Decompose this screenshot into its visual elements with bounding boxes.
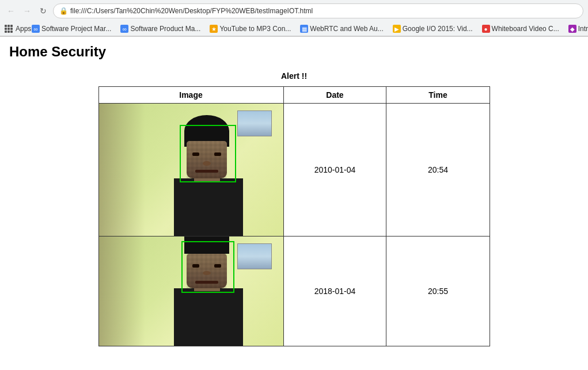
col-header-time: Time — [386, 87, 490, 104]
camera-image-2 — [99, 237, 283, 346]
time-cell-2: 20:55 — [386, 237, 490, 346]
security-icon: 🔒 — [59, 7, 68, 15]
date-cell-2: 2018-01-04 — [283, 237, 386, 346]
bookmark-software-project[interactable]: ∞ Software Project Mar... — [28, 24, 115, 34]
bookmark-icon-2: ∞ — [120, 25, 128, 33]
table-row: 2018-01-04 20:55 — [98, 237, 490, 346]
date-cell-1: 2010-01-04 — [283, 104, 386, 237]
page-content: Home Security Alert !! Image Date Time — [0, 37, 588, 353]
bookmark-software-product[interactable]: ∞ Software Product Ma... — [117, 24, 204, 34]
forward-button[interactable]: → — [21, 5, 33, 17]
bookmark-whiteboard[interactable]: ● Whiteboard Video C... — [479, 24, 563, 34]
body-1 — [174, 178, 243, 236]
bookmark-icon-7: ◆ — [568, 25, 576, 33]
url-text: file:///C:/Users/Tan%20Chin%20Wen/Deskto… — [70, 7, 313, 15]
body-2 — [174, 288, 243, 346]
browser-chrome: ← → ↻ 🔒 file:///C:/Users/Tan%20Chin%20We… — [0, 0, 588, 37]
camera-image-1 — [99, 104, 283, 236]
table-header-row: Image Date Time — [98, 87, 490, 104]
bookmark-label-5: Google I/O 2015: Vid... — [403, 25, 473, 33]
bookmark-icon-4: ▦ — [300, 25, 308, 33]
bookmark-label-3: YouTube to MP3 Con... — [219, 25, 291, 33]
shadow-2 — [99, 237, 145, 346]
face-detect-box-2 — [181, 241, 234, 293]
image-cell-2 — [98, 237, 283, 346]
col-header-image: Image — [98, 87, 283, 104]
bookmark-google-io[interactable]: ▶ Google I/O 2015: Vid... — [389, 24, 476, 34]
time-cell-1: 20:54 — [386, 104, 490, 237]
bookmark-label-2: Software Product Ma... — [130, 25, 200, 33]
bookmark-icon-1: ∞ — [32, 25, 40, 33]
page-title: Home Security — [9, 44, 579, 60]
bookmarks-bar: Apps ∞ Software Project Mar... ∞ Softwar… — [0, 22, 588, 36]
wall-decor-2 — [237, 243, 272, 269]
alert-text: Alert !! — [9, 71, 579, 81]
bookmark-label-7: Introc... — [578, 25, 588, 33]
bookmark-youtube[interactable]: ★ YouTube to MP3 Con... — [206, 24, 294, 34]
reload-button[interactable]: ↻ — [37, 5, 50, 17]
bookmark-label-4: WebRTC and Web Au... — [310, 25, 383, 33]
face-detect-box-1 — [180, 125, 236, 182]
address-bar[interactable]: 🔒 file:///C:/Users/Tan%20Chin%20Wen/Desk… — [53, 3, 583, 18]
bookmark-icon-5: ▶ — [393, 25, 401, 33]
col-header-date: Date — [283, 87, 386, 104]
security-table: Image Date Time — [98, 86, 490, 346]
back-button[interactable]: ← — [5, 5, 17, 17]
image-cell-1 — [98, 104, 283, 237]
bookmark-icon-6: ● — [482, 25, 490, 33]
bookmark-label-1: Software Project Mar... — [41, 25, 111, 33]
bookmark-intro[interactable]: ◆ Introc... — [565, 24, 588, 34]
wall-decor-1 — [237, 110, 272, 136]
bookmark-label-6: Whiteboard Video C... — [492, 25, 559, 33]
bookmark-icon-3: ★ — [210, 25, 218, 33]
bookmark-webrtc[interactable]: ▦ WebRTC and Web Au... — [297, 24, 386, 34]
apps-button[interactable]: Apps — [5, 25, 24, 33]
nav-bar: ← → ↻ 🔒 file:///C:/Users/Tan%20Chin%20We… — [0, 0, 588, 22]
shadow-1 — [99, 104, 145, 236]
table-row: 2010-01-04 20:54 — [98, 104, 490, 237]
